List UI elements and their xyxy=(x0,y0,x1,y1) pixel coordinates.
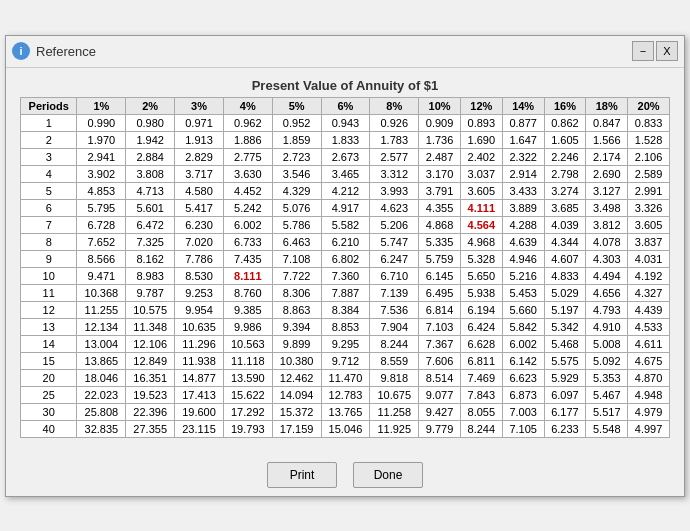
cell-value: 12.462 xyxy=(272,369,321,386)
cell-period: 8 xyxy=(21,233,77,250)
cell-period: 30 xyxy=(21,403,77,420)
cell-value: 4.078 xyxy=(586,233,628,250)
cell-value: 8.853 xyxy=(321,318,370,335)
cell-value: 6.145 xyxy=(419,267,461,284)
pv-table: Periods 1% 2% 3% 4% 5% 6% 8% 10% 12% 14%… xyxy=(20,97,670,438)
cell-period: 7 xyxy=(21,216,77,233)
cell-value: 8.244 xyxy=(460,420,502,437)
cell-value: 1.970 xyxy=(77,131,126,148)
col-header-10: 10% xyxy=(419,97,461,114)
cell-value: 0.980 xyxy=(126,114,175,131)
cell-value: 3.889 xyxy=(502,199,544,216)
cell-value: 6.002 xyxy=(223,216,272,233)
cell-value: 4.639 xyxy=(502,233,544,250)
cell-value: 11.296 xyxy=(175,335,224,352)
cell-value: 5.076 xyxy=(272,199,321,216)
cell-value: 1.833 xyxy=(321,131,370,148)
cell-value: 7.887 xyxy=(321,284,370,301)
cell-value: 7.469 xyxy=(460,369,502,386)
cell-value: 6.733 xyxy=(223,233,272,250)
cell-value: 4.833 xyxy=(544,267,586,284)
cell-value: 0.833 xyxy=(628,114,670,131)
cell-value: 5.453 xyxy=(502,284,544,301)
cell-value: 8.055 xyxy=(460,403,502,420)
cell-value: 5.467 xyxy=(586,386,628,403)
table-row: 1110.3689.7879.2538.7608.3067.8877.1396.… xyxy=(21,284,670,301)
cell-value: 7.435 xyxy=(223,250,272,267)
cell-value: 7.722 xyxy=(272,267,321,284)
cell-value: 3.685 xyxy=(544,199,586,216)
cell-value: 0.952 xyxy=(272,114,321,131)
col-header-5: 5% xyxy=(272,97,321,114)
cell-value: 0.862 xyxy=(544,114,586,131)
cell-value: 5.029 xyxy=(544,284,586,301)
cell-value: 15.372 xyxy=(272,403,321,420)
cell-value: 8.162 xyxy=(126,250,175,267)
cell-value: 4.793 xyxy=(586,301,628,318)
cell-period: 25 xyxy=(21,386,77,403)
cell-value: 15.622 xyxy=(223,386,272,403)
cell-value: 2.174 xyxy=(586,148,628,165)
cell-value: 3.717 xyxy=(175,165,224,182)
cell-value: 7.139 xyxy=(370,284,419,301)
cell-period: 40 xyxy=(21,420,77,437)
table-row: 1413.00412.10611.29610.5639.8999.2958.24… xyxy=(21,335,670,352)
table-row: 3025.80822.39619.60017.29215.37213.76511… xyxy=(21,403,670,420)
table-row: 21.9701.9421.9131.8861.8591.8331.7831.73… xyxy=(21,131,670,148)
cell-value: 5.353 xyxy=(586,369,628,386)
cell-value: 3.127 xyxy=(586,182,628,199)
cell-value: 27.355 xyxy=(126,420,175,437)
cell-value: 2.106 xyxy=(628,148,670,165)
cell-value: 4.031 xyxy=(628,250,670,267)
cell-value: 18.046 xyxy=(77,369,126,386)
cell-value: 5.795 xyxy=(77,199,126,216)
cell-value: 10.675 xyxy=(370,386,419,403)
minimize-button[interactable]: − xyxy=(632,41,654,61)
cell-value: 13.865 xyxy=(77,352,126,369)
table-row: 1312.13411.34810.6359.9869.3948.8537.904… xyxy=(21,318,670,335)
cell-value: 1.859 xyxy=(272,131,321,148)
cell-value: 6.623 xyxy=(502,369,544,386)
cell-value: 17.413 xyxy=(175,386,224,403)
cell-value: 4.439 xyxy=(628,301,670,318)
cell-value: 7.020 xyxy=(175,233,224,250)
cell-value: 8.244 xyxy=(370,335,419,352)
done-button[interactable]: Done xyxy=(353,462,423,488)
cell-value: 2.690 xyxy=(586,165,628,182)
cell-value: 9.779 xyxy=(419,420,461,437)
cell-value: 2.577 xyxy=(370,148,419,165)
col-header-20: 20% xyxy=(628,97,670,114)
cell-value: 3.791 xyxy=(419,182,461,199)
cell-value: 11.118 xyxy=(223,352,272,369)
cell-value: 25.808 xyxy=(77,403,126,420)
cell-value: 2.829 xyxy=(175,148,224,165)
close-button[interactable]: X xyxy=(656,41,678,61)
cell-value: 5.468 xyxy=(544,335,586,352)
cell-value: 5.417 xyxy=(175,199,224,216)
cell-value: 7.606 xyxy=(419,352,461,369)
cell-period: 12 xyxy=(21,301,77,318)
cell-value: 5.601 xyxy=(126,199,175,216)
cell-value: 6.177 xyxy=(544,403,586,420)
cell-value: 2.589 xyxy=(628,165,670,182)
cell-value: 5.582 xyxy=(321,216,370,233)
cell-value: 4.564 xyxy=(460,216,502,233)
cell-value: 6.230 xyxy=(175,216,224,233)
cell-value: 1.736 xyxy=(419,131,461,148)
cell-value: 12.134 xyxy=(77,318,126,335)
cell-value: 17.159 xyxy=(272,420,321,437)
cell-value: 4.910 xyxy=(586,318,628,335)
cell-value: 6.233 xyxy=(544,420,586,437)
col-header-4: 4% xyxy=(223,97,272,114)
cell-value: 5.197 xyxy=(544,301,586,318)
cell-period: 6 xyxy=(21,199,77,216)
cell-value: 6.194 xyxy=(460,301,502,318)
print-button[interactable]: Print xyxy=(267,462,337,488)
cell-value: 7.105 xyxy=(502,420,544,437)
cell-value: 6.811 xyxy=(460,352,502,369)
cell-value: 23.115 xyxy=(175,420,224,437)
cell-value: 5.786 xyxy=(272,216,321,233)
cell-value: 3.274 xyxy=(544,182,586,199)
table-row: 2522.02319.52317.41315.62214.09412.78310… xyxy=(21,386,670,403)
cell-value: 14.094 xyxy=(272,386,321,403)
